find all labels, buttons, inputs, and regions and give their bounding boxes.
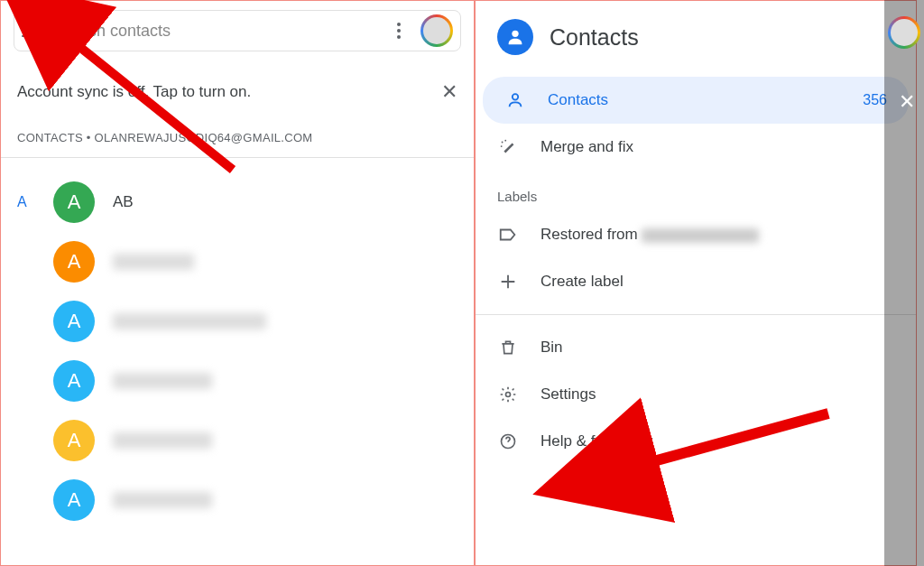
nav-contacts[interactable]: Contacts 356 bbox=[483, 77, 909, 124]
labels-section: Labels bbox=[476, 171, 916, 211]
contact-name bbox=[113, 432, 212, 449]
help-icon bbox=[497, 431, 519, 452]
annotation-arrow bbox=[52, 25, 260, 188]
nav-label: Bin bbox=[541, 339, 563, 357]
contact-avatar: A bbox=[53, 241, 95, 283]
annotation-arrow bbox=[621, 404, 846, 495]
person-icon bbox=[504, 89, 526, 111]
nav-bin[interactable]: Bin bbox=[476, 324, 909, 371]
svg-point-0 bbox=[512, 31, 518, 37]
contact-name bbox=[113, 373, 212, 389]
list-item[interactable]: A bbox=[1, 411, 474, 470]
drawer-header: Contacts bbox=[476, 1, 916, 77]
nav-label: Restored from bbox=[541, 226, 759, 244]
backdrop-overlay: ✕ bbox=[884, 0, 924, 566]
nav-label: Create label bbox=[541, 273, 624, 291]
close-icon: ✕ bbox=[899, 90, 915, 114]
list-item[interactable]: A bbox=[1, 232, 474, 292]
contact-avatar: A bbox=[53, 360, 95, 402]
contacts-count: 356 bbox=[863, 92, 887, 108]
plus-icon bbox=[497, 271, 519, 292]
contacts-app-icon bbox=[497, 19, 533, 55]
nav-label: Merge and fix bbox=[541, 138, 633, 156]
label-icon bbox=[497, 224, 519, 246]
svg-line-8 bbox=[637, 413, 828, 466]
list-item[interactable]: A bbox=[1, 351, 474, 411]
contact-name: AB bbox=[113, 193, 134, 211]
trash-icon bbox=[497, 337, 519, 358]
contact-avatar: A bbox=[53, 479, 95, 521]
svg-point-3 bbox=[504, 140, 506, 142]
avatar[interactable] bbox=[420, 14, 453, 47]
contact-avatar: A bbox=[53, 301, 95, 342]
nav-label: Settings bbox=[541, 385, 596, 404]
svg-point-1 bbox=[513, 94, 518, 99]
list-item[interactable]: A bbox=[1, 292, 474, 351]
contact-name bbox=[113, 492, 212, 508]
nav-create-label[interactable]: Create label bbox=[476, 258, 909, 305]
drawer-title: Contacts bbox=[550, 24, 639, 51]
svg-line-7 bbox=[69, 38, 233, 170]
wand-icon bbox=[497, 136, 519, 158]
nav-label-restored[interactable]: Restored from bbox=[476, 211, 909, 258]
more-icon[interactable] bbox=[388, 23, 410, 39]
contacts-list: A A AB A A A A bbox=[1, 158, 474, 530]
index-letter: A bbox=[17, 194, 35, 210]
avatar bbox=[888, 16, 920, 49]
svg-point-4 bbox=[501, 145, 503, 147]
svg-point-5 bbox=[506, 393, 511, 397]
nav-merge-fix[interactable]: Merge and fix bbox=[476, 124, 909, 171]
contact-name bbox=[113, 254, 194, 270]
nav-label: Contacts bbox=[548, 91, 608, 109]
gear-icon bbox=[497, 384, 519, 405]
svg-point-2 bbox=[502, 142, 504, 144]
menu-icon[interactable] bbox=[22, 20, 43, 42]
contact-avatar: A bbox=[53, 420, 95, 461]
divider bbox=[476, 314, 916, 315]
list-item[interactable]: A bbox=[1, 470, 474, 530]
close-icon[interactable]: ✕ bbox=[441, 80, 457, 104]
contact-name bbox=[113, 313, 266, 329]
